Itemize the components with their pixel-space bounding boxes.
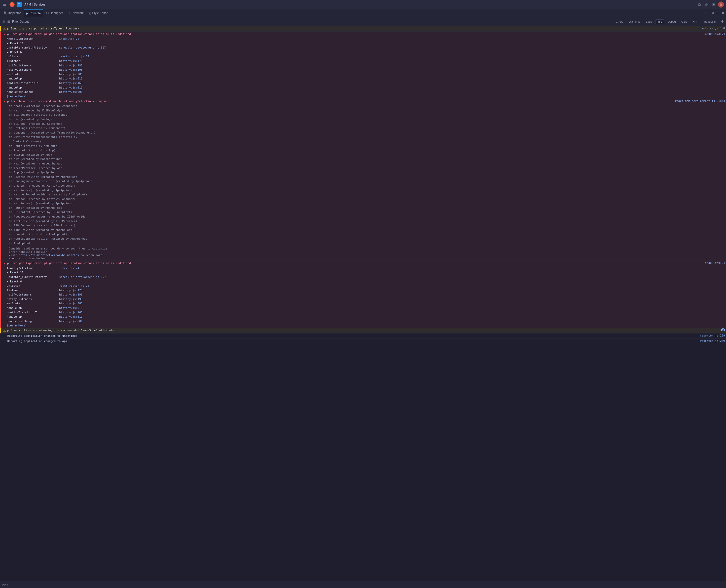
stack-file-link[interactable]: history.js:613 xyxy=(59,306,83,310)
filter-tab-errors[interactable]: Errors xyxy=(613,19,626,24)
responsive-mode-icon[interactable]: ⊙ xyxy=(704,1,709,7)
stack-file-link[interactable]: history.js:178 xyxy=(59,59,83,63)
source-link[interactable]: metrics.js:190 xyxy=(702,27,725,30)
fn-name: unstable_runWithPriority xyxy=(7,275,57,279)
message-source[interactable]: react-dom.development.js:21843 xyxy=(675,99,725,103)
error-icon: ● xyxy=(3,100,6,103)
expand-arrow[interactable]: ▶ xyxy=(7,262,9,265)
fn-name: confirmTransitionTo xyxy=(7,81,57,85)
source-link[interactable]: react-dom.development.js:21843 xyxy=(675,99,725,103)
trace-line: in EuiPageBody (created by Settings) xyxy=(9,113,725,117)
stack-file-link[interactable]: history.js:580 xyxy=(59,72,83,77)
stack-frame: notifyListeners history.js:196 xyxy=(7,63,725,68)
user-avatar[interactable]: G xyxy=(718,1,724,7)
hamburger-icon[interactable]: ☰ xyxy=(2,1,7,8)
stack-file-link[interactable]: history.js:168 xyxy=(59,81,83,85)
expand-arrow[interactable]: ▶ xyxy=(7,100,9,103)
filter-tab-xhr[interactable]: XHR xyxy=(690,19,701,24)
filter-tab-debug[interactable]: Debug xyxy=(665,19,678,24)
message-source[interactable]: index.tsx:24 xyxy=(705,32,725,36)
tab-console-label: Console xyxy=(29,12,41,15)
stack-file-link[interactable]: history.js:580 xyxy=(59,301,83,306)
stack-frame: notifyListeners history.js:195 xyxy=(7,68,725,72)
window-split-icon[interactable]: ⧉ xyxy=(711,11,715,15)
stack-file-link[interactable]: react-router.js:74 xyxy=(59,284,89,288)
filter-tab-css[interactable]: CSS xyxy=(679,19,689,24)
stack-file-link[interactable]: history.js:168 xyxy=(59,310,83,315)
trace-line: in IntlProvider (created by I18nProvider… xyxy=(9,219,725,224)
stack-frame: notifyListeners history.js:196 xyxy=(7,293,725,297)
warning-icon: ⚠ xyxy=(3,329,6,333)
window-close-icon[interactable]: ✕ xyxy=(721,11,725,15)
stack-frame: ▶ React 6 xyxy=(7,50,725,55)
source-link[interactable]: reporter.js:269 xyxy=(700,339,725,342)
learn-more-link[interactable]: [Learn More] xyxy=(7,324,725,327)
fn-name: notifyListeners xyxy=(7,68,57,72)
email-icon[interactable]: ✉ xyxy=(711,1,716,7)
stack-file-link[interactable]: scheduler.development.js:697 xyxy=(59,275,106,279)
stack-frame: unstable_runWithPriority scheduler.devel… xyxy=(7,45,725,50)
console-prompt: >> xyxy=(2,583,6,587)
tab-network[interactable]: ↑↓ Network xyxy=(66,9,86,17)
call-stack: AnomalyDetection index.tsx:24 ▶ React 11… xyxy=(3,266,725,328)
learn-more-link[interactable]: [Learn More] xyxy=(7,95,725,98)
source-link[interactable]: reporter.js:269 xyxy=(700,334,725,337)
stack-file-link[interactable]: history.js:195 xyxy=(59,297,83,301)
stack-frame: setState history.js:580 xyxy=(7,301,725,306)
stack-file-link[interactable]: history.js:611 xyxy=(59,85,83,90)
stack-file-link[interactable]: scheduler.development.js:697 xyxy=(59,45,106,50)
stack-file-link[interactable]: history.js:601 xyxy=(59,319,83,324)
trace-line: in div (created by MainContainer) xyxy=(9,157,725,162)
expand-arrow[interactable]: ▶ xyxy=(7,27,9,30)
stack-file-link[interactable]: history.js:196 xyxy=(59,63,83,68)
source-link[interactable]: index.tsx:24 xyxy=(705,261,725,265)
badge-count: 2 xyxy=(721,329,725,331)
fn-name: ▶ React 11 xyxy=(7,270,57,275)
window-minimize-icon[interactable]: — xyxy=(716,11,720,15)
message-source[interactable]: reporter.js:269 xyxy=(700,339,725,342)
stack-file-link[interactable]: index.tsx:24 xyxy=(59,266,79,271)
stack-file-link[interactable]: history.js:601 xyxy=(59,90,83,94)
boundary-line: Consider adding an error boundary to you… xyxy=(9,247,725,250)
filter-tab-logs[interactable]: Logs xyxy=(644,19,654,24)
source-link[interactable]: index.tsx:24 xyxy=(705,32,725,36)
trace-line: Context.Consumer) xyxy=(9,139,725,144)
expand-arrow[interactable]: ▶ xyxy=(7,33,9,36)
stack-file-link[interactable]: history.js:611 xyxy=(59,315,83,319)
message-source[interactable]: index.tsx:24 xyxy=(705,261,725,265)
tab-console[interactable]: ▶ Console xyxy=(24,9,43,17)
stack-file-link[interactable]: history.js:195 xyxy=(59,68,83,72)
expand-arrow[interactable]: ▶ xyxy=(7,329,9,332)
message-source[interactable]: metrics.js:190 xyxy=(702,27,725,30)
clear-console-icon[interactable]: 🗑 xyxy=(2,20,5,23)
message-text: Ignoring unsupported entryTypes: longtas… xyxy=(11,27,701,31)
trace-line: in div (created by EuiPage) xyxy=(9,117,725,122)
tab-inspector[interactable]: 🔍 Inspector xyxy=(1,9,23,17)
trace-line: in ApmRoute (created by App) xyxy=(9,148,725,153)
fn-name: unlisten xyxy=(7,284,57,288)
breadcrumb-sep2: | xyxy=(32,3,33,6)
more-tabs-button[interactable]: » xyxy=(703,10,708,16)
message-source[interactable]: reporter.js:269 xyxy=(700,334,725,337)
console-output: ⚠ ▶ Ignoring unsupported entryTypes: lon… xyxy=(0,26,726,581)
expand-chevron-icon[interactable]: › xyxy=(7,583,8,586)
view-toggle-icon[interactable]: ⌬ xyxy=(697,1,702,7)
stack-file-link[interactable]: index.tsx:24 xyxy=(59,37,79,41)
trace-line: in LoadingIndicatorProvider (created by … xyxy=(9,179,725,184)
stack-file-link[interactable]: history.js:196 xyxy=(59,293,83,297)
filter-tab-requests[interactable]: Requests xyxy=(702,19,718,24)
tab-style-editor[interactable]: {} Style Editor xyxy=(86,9,110,17)
console-settings-icon[interactable]: ⚙ xyxy=(721,20,724,23)
boundary-line: error handling behavior. xyxy=(9,250,725,253)
network-icon: ↑↓ xyxy=(68,11,72,15)
filter-tab-info[interactable]: Info xyxy=(655,19,664,24)
tab-debugger[interactable]: ⬡ Debugger xyxy=(43,9,65,17)
trace-line: in withTransaction(component) (created b… xyxy=(9,135,725,139)
stack-file-link[interactable]: history.js:613 xyxy=(59,77,83,81)
stack-file-link[interactable]: history.js:178 xyxy=(59,288,83,293)
filter-tab-warnings[interactable]: Warnings xyxy=(627,19,643,24)
stack-file-link[interactable]: react-router.js:74 xyxy=(59,54,89,59)
stack-frame: handlePop history.js:613 xyxy=(7,306,725,310)
trace-line: in main (created by EuiPageBody) xyxy=(9,108,725,113)
boundary-link[interactable]: https://fb.me/react-error-boundaries xyxy=(19,253,79,257)
